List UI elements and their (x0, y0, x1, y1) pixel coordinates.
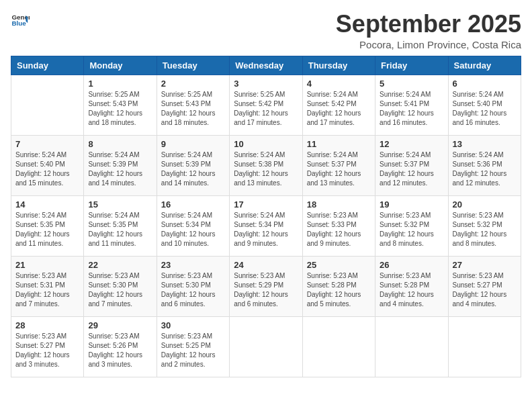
day-info: Sunrise: 5:24 AM Sunset: 5:35 PM Dayligh… (15, 211, 79, 248)
day-number: 27 (453, 260, 517, 270)
calendar-week-row: 7Sunrise: 5:24 AM Sunset: 5:40 PM Daylig… (11, 135, 521, 195)
table-row: 16Sunrise: 5:24 AM Sunset: 5:34 PM Dayli… (157, 195, 229, 256)
day-number: 24 (234, 260, 298, 270)
day-number: 18 (307, 199, 371, 210)
header-sunday: Sunday (11, 56, 84, 75)
day-info: Sunrise: 5:24 AM Sunset: 5:37 PM Dayligh… (307, 150, 371, 188)
header-monday: Monday (84, 56, 157, 75)
calendar-week-row: 14Sunrise: 5:24 AM Sunset: 5:35 PM Dayli… (11, 195, 521, 256)
day-number: 17 (234, 199, 298, 210)
header-wednesday: Wednesday (230, 56, 302, 75)
page-header: General Blue September 2025 Pocora, Limo… (11, 11, 521, 50)
table-row: 23Sunrise: 5:23 AM Sunset: 5:30 PM Dayli… (157, 256, 229, 316)
table-row: 6Sunrise: 5:24 AM Sunset: 5:40 PM Daylig… (448, 75, 521, 135)
table-row: 9Sunrise: 5:24 AM Sunset: 5:39 PM Daylig… (157, 135, 229, 195)
day-number: 8 (88, 139, 152, 149)
day-info: Sunrise: 5:23 AM Sunset: 5:30 PM Dayligh… (161, 271, 225, 309)
header-friday: Friday (375, 56, 448, 75)
day-info: Sunrise: 5:24 AM Sunset: 5:39 PM Dayligh… (88, 150, 152, 188)
day-info: Sunrise: 5:24 AM Sunset: 5:36 PM Dayligh… (453, 150, 517, 188)
day-number: 10 (234, 139, 298, 149)
table-row: 14Sunrise: 5:24 AM Sunset: 5:35 PM Dayli… (11, 195, 84, 256)
day-number: 23 (161, 260, 225, 270)
day-info: Sunrise: 5:24 AM Sunset: 5:34 PM Dayligh… (161, 211, 225, 248)
calendar-week-row: 28Sunrise: 5:23 AM Sunset: 5:27 PM Dayli… (11, 316, 521, 377)
day-info: Sunrise: 5:23 AM Sunset: 5:27 PM Dayligh… (15, 332, 79, 369)
table-row: 5Sunrise: 5:24 AM Sunset: 5:41 PM Daylig… (375, 75, 448, 135)
day-info: Sunrise: 5:23 AM Sunset: 5:33 PM Dayligh… (307, 211, 371, 248)
month-title: September 2025 (336, 11, 521, 38)
table-row: 1Sunrise: 5:25 AM Sunset: 5:43 PM Daylig… (84, 75, 157, 135)
table-row: 29Sunrise: 5:23 AM Sunset: 5:26 PM Dayli… (84, 316, 157, 377)
day-info: Sunrise: 5:24 AM Sunset: 5:38 PM Dayligh… (234, 150, 298, 188)
table-row (230, 316, 302, 377)
day-info: Sunrise: 5:23 AM Sunset: 5:32 PM Dayligh… (380, 211, 443, 248)
logo-icon: General Blue (11, 11, 30, 30)
calendar-table: Sunday Monday Tuesday Wednesday Thursday… (11, 56, 521, 377)
table-row: 4Sunrise: 5:24 AM Sunset: 5:42 PM Daylig… (302, 75, 375, 135)
day-info: Sunrise: 5:24 AM Sunset: 5:42 PM Dayligh… (307, 90, 371, 128)
table-row: 12Sunrise: 5:24 AM Sunset: 5:37 PM Dayli… (375, 135, 448, 195)
day-info: Sunrise: 5:25 AM Sunset: 5:43 PM Dayligh… (88, 90, 152, 128)
table-row: 20Sunrise: 5:23 AM Sunset: 5:32 PM Dayli… (448, 195, 521, 256)
day-number: 15 (88, 199, 152, 210)
day-number: 6 (453, 79, 517, 89)
table-row (375, 316, 448, 377)
svg-text:Blue: Blue (11, 19, 26, 27)
day-info: Sunrise: 5:23 AM Sunset: 5:32 PM Dayligh… (453, 211, 517, 248)
location-subtitle: Pocora, Limon Province, Costa Rica (336, 39, 521, 50)
day-number: 1 (88, 79, 152, 89)
table-row: 28Sunrise: 5:23 AM Sunset: 5:27 PM Dayli… (11, 316, 84, 377)
day-number: 7 (15, 139, 79, 149)
day-number: 3 (234, 79, 298, 89)
day-info: Sunrise: 5:24 AM Sunset: 5:40 PM Dayligh… (453, 90, 517, 128)
day-number: 30 (161, 320, 225, 330)
table-row: 3Sunrise: 5:25 AM Sunset: 5:42 PM Daylig… (230, 75, 302, 135)
header-tuesday: Tuesday (157, 56, 229, 75)
table-row: 13Sunrise: 5:24 AM Sunset: 5:36 PM Dayli… (448, 135, 521, 195)
day-info: Sunrise: 5:25 AM Sunset: 5:42 PM Dayligh… (234, 90, 298, 128)
day-number: 25 (307, 260, 371, 270)
day-number: 13 (453, 139, 517, 149)
weekday-header-row: Sunday Monday Tuesday Wednesday Thursday… (11, 56, 521, 75)
day-number: 12 (380, 139, 443, 149)
day-number: 21 (15, 260, 79, 270)
day-number: 9 (161, 139, 225, 149)
day-info: Sunrise: 5:24 AM Sunset: 5:39 PM Dayligh… (161, 150, 225, 188)
day-number: 16 (161, 199, 225, 210)
header-saturday: Saturday (448, 56, 521, 75)
day-info: Sunrise: 5:23 AM Sunset: 5:27 PM Dayligh… (453, 271, 517, 309)
day-info: Sunrise: 5:24 AM Sunset: 5:37 PM Dayligh… (380, 150, 443, 188)
table-row: 10Sunrise: 5:24 AM Sunset: 5:38 PM Dayli… (230, 135, 302, 195)
day-info: Sunrise: 5:23 AM Sunset: 5:31 PM Dayligh… (15, 271, 79, 309)
table-row: 15Sunrise: 5:24 AM Sunset: 5:35 PM Dayli… (84, 195, 157, 256)
day-info: Sunrise: 5:23 AM Sunset: 5:28 PM Dayligh… (307, 271, 371, 309)
day-number: 4 (307, 79, 371, 89)
table-row: 8Sunrise: 5:24 AM Sunset: 5:39 PM Daylig… (84, 135, 157, 195)
day-info: Sunrise: 5:23 AM Sunset: 5:28 PM Dayligh… (380, 271, 443, 309)
table-row: 22Sunrise: 5:23 AM Sunset: 5:30 PM Dayli… (84, 256, 157, 316)
day-number: 20 (453, 199, 517, 210)
day-info: Sunrise: 5:24 AM Sunset: 5:34 PM Dayligh… (234, 211, 298, 248)
day-number: 29 (88, 320, 152, 330)
table-row: 25Sunrise: 5:23 AM Sunset: 5:28 PM Dayli… (302, 256, 375, 316)
day-info: Sunrise: 5:24 AM Sunset: 5:35 PM Dayligh… (88, 211, 152, 248)
day-number: 19 (380, 199, 443, 210)
day-info: Sunrise: 5:24 AM Sunset: 5:41 PM Dayligh… (380, 90, 443, 128)
table-row (448, 316, 521, 377)
day-number: 14 (15, 199, 79, 210)
day-number: 22 (88, 260, 152, 270)
table-row: 24Sunrise: 5:23 AM Sunset: 5:29 PM Dayli… (230, 256, 302, 316)
table-row: 19Sunrise: 5:23 AM Sunset: 5:32 PM Dayli… (375, 195, 448, 256)
day-number: 26 (380, 260, 443, 270)
table-row: 27Sunrise: 5:23 AM Sunset: 5:27 PM Dayli… (448, 256, 521, 316)
table-row: 30Sunrise: 5:23 AM Sunset: 5:25 PM Dayli… (157, 316, 229, 377)
day-number: 28 (15, 320, 79, 330)
calendar-week-row: 1Sunrise: 5:25 AM Sunset: 5:43 PM Daylig… (11, 75, 521, 135)
day-info: Sunrise: 5:23 AM Sunset: 5:29 PM Dayligh… (234, 271, 298, 309)
day-number: 11 (307, 139, 371, 149)
table-row: 18Sunrise: 5:23 AM Sunset: 5:33 PM Dayli… (302, 195, 375, 256)
table-row: 26Sunrise: 5:23 AM Sunset: 5:28 PM Dayli… (375, 256, 448, 316)
title-block: September 2025 Pocora, Limon Province, C… (336, 11, 521, 50)
day-info: Sunrise: 5:24 AM Sunset: 5:40 PM Dayligh… (15, 150, 79, 188)
